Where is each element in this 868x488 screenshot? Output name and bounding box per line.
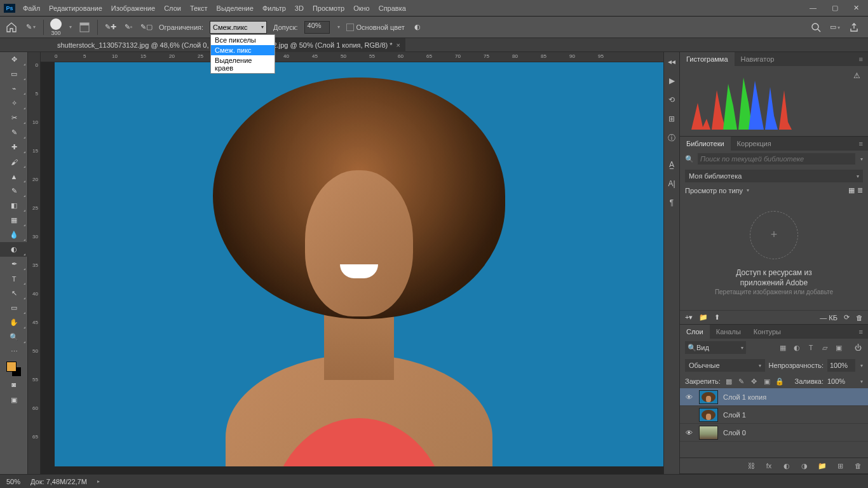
shape-tool[interactable]: ▭ xyxy=(0,301,28,315)
quickmask-icon[interactable]: ◙ xyxy=(0,377,27,392)
hand-tool[interactable]: ✋ xyxy=(0,315,28,330)
lib-upload-icon[interactable]: ⬆ xyxy=(714,313,720,322)
menu-edit[interactable]: Редактирование xyxy=(49,4,102,12)
layer-mask-icon[interactable]: ◐ xyxy=(782,461,792,471)
history-brush-tool[interactable]: ✎ xyxy=(0,184,28,198)
tab-paths[interactable]: Контуры xyxy=(747,325,787,339)
filter-pixel-icon[interactable]: ▦ xyxy=(778,342,788,353)
lib-folder-icon[interactable]: 📁 xyxy=(699,313,708,322)
layer-row[interactable]: Слой 1 xyxy=(680,406,868,424)
lock-pixels-icon[interactable]: ✎ xyxy=(737,377,746,386)
brush-preview[interactable]: 300 xyxy=(50,18,62,36)
close-tab-icon[interactable]: × xyxy=(397,41,400,49)
layer-thumbnail[interactable] xyxy=(699,390,718,404)
blend-mode-select[interactable]: Обычные▾ xyxy=(685,359,765,372)
library-selector[interactable]: Моя библиотека▾ xyxy=(685,170,863,182)
brush-dropdown-icon[interactable]: ▾ xyxy=(69,24,72,30)
layer-filter-kind[interactable]: 🔍 Вид▾ xyxy=(685,341,746,354)
menu-image[interactable]: Изображение xyxy=(111,4,155,12)
tab-channels[interactable]: Каналы xyxy=(710,325,747,339)
lock-all-icon[interactable]: 🔒 xyxy=(775,377,784,386)
zoom-tool[interactable]: 🔍 xyxy=(0,330,28,344)
tolerance-dropdown-icon[interactable]: ▾ xyxy=(337,24,340,30)
tab-histogram[interactable]: Гистограмма xyxy=(680,52,735,66)
collapsed-info-icon[interactable]: ⓘ xyxy=(666,132,677,144)
layers-menu-icon[interactable]: ≡ xyxy=(854,328,868,336)
libraries-menu-icon[interactable]: ≡ xyxy=(854,140,868,147)
status-dropdown-icon[interactable]: ▸ xyxy=(97,478,100,484)
stamp-tool[interactable]: ▲ xyxy=(0,169,28,184)
collapsed-char-icon[interactable]: A̲ xyxy=(666,159,677,170)
limits-option-all[interactable]: Все пикселы xyxy=(211,35,275,45)
eyedropper-tool[interactable]: ✎ xyxy=(0,125,28,140)
lib-trash-icon[interactable]: 🗑 xyxy=(856,314,863,322)
view-by-type-label[interactable]: Просмотр по типу xyxy=(685,187,743,194)
search-icon[interactable] xyxy=(811,22,821,32)
collapsed-glyph-icon[interactable]: A| xyxy=(666,178,677,189)
lock-artboard-icon[interactable]: ▣ xyxy=(763,377,771,386)
collapsed-history-icon[interactable]: ⟲ xyxy=(666,94,677,105)
new-fill-icon[interactable]: ◑ xyxy=(799,461,810,471)
lib-sync-icon[interactable]: ⟳ xyxy=(844,313,850,322)
blur-tool[interactable]: 💧 xyxy=(0,227,28,242)
layer-visibility-icon[interactable]: 👁 xyxy=(684,393,694,401)
new-group-icon[interactable]: 📁 xyxy=(817,461,827,471)
opacity-input[interactable]: 100% xyxy=(827,359,855,372)
new-layer-icon[interactable]: ⊞ xyxy=(835,461,845,471)
collapsed-para-icon[interactable]: ¶ xyxy=(666,197,677,208)
workspace-switcher-icon[interactable]: ▭▾ xyxy=(830,23,840,31)
histogram-warning-icon[interactable]: ⚠ xyxy=(853,71,860,80)
marquee-tool[interactable]: ▭ xyxy=(0,67,28,81)
layer-visibility-icon[interactable]: 👁 xyxy=(684,429,694,437)
protect-fg-checkbox[interactable]: Основной цвет xyxy=(346,24,405,31)
limits-option-contiguous[interactable]: Смеж. пикс xyxy=(211,45,275,55)
layer-name[interactable]: Слой 0 xyxy=(723,429,746,437)
sampling-once-icon[interactable]: ✎◦ xyxy=(122,21,135,34)
layer-thumbnail[interactable] xyxy=(699,408,718,422)
delete-layer-icon[interactable]: 🗑 xyxy=(853,461,863,471)
menu-file[interactable]: Файл xyxy=(23,4,40,12)
tab-adjustments[interactable]: Коррекция xyxy=(731,137,778,151)
layer-name[interactable]: Слой 1 xyxy=(723,411,746,419)
lasso-tool[interactable]: ⌁ xyxy=(0,81,28,96)
pen-tool[interactable]: ✒ xyxy=(0,257,28,271)
menu-view[interactable]: Просмотр xyxy=(313,4,344,12)
dodge-tool[interactable]: ◐ xyxy=(0,242,28,257)
layer-fx-icon[interactable]: fx xyxy=(764,461,774,471)
collapsed-play-icon[interactable]: ▶ xyxy=(666,75,677,86)
layer-thumbnail[interactable] xyxy=(699,426,718,440)
lock-transparency-icon[interactable]: ▩ xyxy=(724,377,733,386)
limits-option-edges[interactable]: Выделение краев xyxy=(211,55,275,73)
lock-position-icon[interactable]: ✥ xyxy=(750,377,759,386)
menu-help[interactable]: Справка xyxy=(379,4,406,12)
library-search-input[interactable] xyxy=(698,153,855,165)
edit-toolbar[interactable]: ⋯ xyxy=(0,344,28,359)
magic-wand-tool[interactable]: ✧ xyxy=(0,96,28,111)
menu-text[interactable]: Текст xyxy=(190,4,208,12)
link-layers-icon[interactable]: ⛓ xyxy=(746,461,756,471)
filter-adjust-icon[interactable]: ◐ xyxy=(792,342,802,353)
share-icon[interactable] xyxy=(849,22,859,32)
window-maximize[interactable]: ▢ xyxy=(832,4,838,12)
path-tool[interactable]: ↖ xyxy=(0,286,28,301)
menu-window[interactable]: Окно xyxy=(353,4,370,12)
home-icon[interactable] xyxy=(5,21,18,34)
brush-panel-icon[interactable] xyxy=(78,21,91,34)
sampling-swatch-icon[interactable]: ✎▢ xyxy=(140,21,153,34)
collapsed-expand-icon[interactable]: ◂◂ xyxy=(666,56,677,67)
menu-filter[interactable]: Фильтр xyxy=(262,4,286,12)
tab-libraries[interactable]: Библиотеки xyxy=(680,137,731,151)
tab-navigator[interactable]: Навигатор xyxy=(735,52,781,66)
type-tool[interactable]: T xyxy=(0,271,28,286)
menu-layers[interactable]: Слои xyxy=(164,4,181,12)
color-swatches[interactable] xyxy=(0,359,27,377)
crop-tool[interactable]: ✂ xyxy=(0,111,28,125)
screenmode-icon[interactable]: ▣ xyxy=(0,392,27,407)
layer-row[interactable]: 👁 Слой 0 xyxy=(680,424,868,442)
canvas[interactable] xyxy=(41,62,663,474)
menu-3d[interactable]: 3D xyxy=(295,4,304,12)
tab-layers[interactable]: Слои xyxy=(680,325,710,339)
sampling-continuous-icon[interactable]: ✎✚ xyxy=(104,21,117,34)
healing-tool[interactable]: ✚ xyxy=(0,140,28,154)
histogram-menu-icon[interactable]: ≡ xyxy=(854,55,868,63)
